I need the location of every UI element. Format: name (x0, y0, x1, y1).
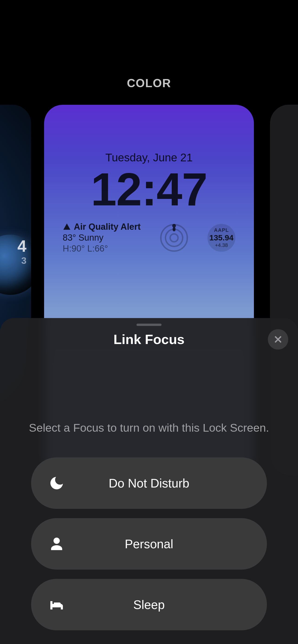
weather-alert-text: Air Quality Alert (74, 222, 141, 232)
focus-item-do-not-disturb[interactable]: Do Not Disturb (31, 458, 267, 509)
sheet-title: Link Focus (0, 332, 298, 347)
lockscreen-time: 12:47 (44, 166, 254, 212)
sheet-grabber[interactable] (136, 324, 162, 326)
sheet-subtitle: Select a Focus to turn on with this Lock… (0, 421, 298, 434)
neighbor-left-number-2: 3 (21, 256, 27, 266)
weather-widget: Air Quality Alert 83° Sunny H:90° L:66° (63, 222, 141, 254)
stock-widget: AAPL 135.94 +4.38 (207, 224, 235, 252)
moon-icon (47, 474, 66, 492)
weather-hilo: H:90° L:66° (63, 244, 141, 254)
close-button[interactable] (268, 329, 288, 350)
stock-change: +4.38 (215, 242, 228, 248)
link-focus-sheet: Link Focus Select a Focus to turn on wit… (0, 318, 298, 644)
weather-current: 83° Sunny (63, 233, 141, 243)
focus-item-sleep[interactable]: Sleep (31, 579, 267, 630)
bed-icon (47, 595, 66, 614)
focus-item-label: Sleep (133, 598, 165, 612)
lockscreen-date: Tuesday, June 21 (44, 151, 254, 164)
person-icon (47, 534, 66, 553)
lockscreen-widgets: Air Quality Alert 83° Sunny H:90° L:66° … (44, 222, 254, 254)
stock-symbol: AAPL (214, 227, 229, 233)
close-icon (274, 335, 282, 344)
focus-list: Do Not Disturb Personal Sleep (0, 458, 298, 630)
style-name-label: COLOR (0, 76, 298, 90)
stock-price: 135.94 (209, 233, 233, 242)
tracker-widget (160, 224, 188, 252)
focus-item-label: Personal (125, 537, 173, 551)
neighbor-left-number: 4 (18, 237, 27, 256)
focus-item-label: Do Not Disturb (109, 476, 189, 490)
alert-icon (63, 223, 71, 231)
focus-item-personal[interactable]: Personal (31, 518, 267, 570)
